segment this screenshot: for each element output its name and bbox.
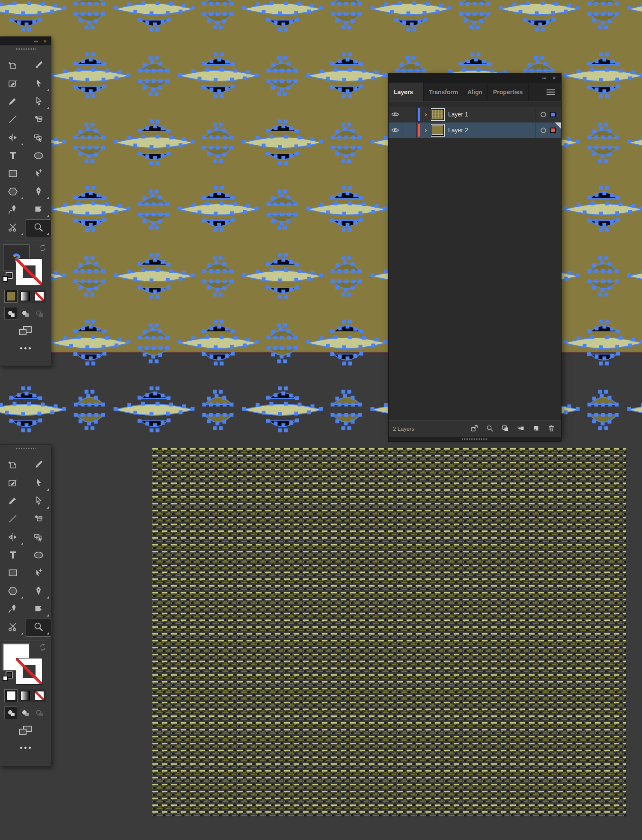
eraser-tool-button[interactable] <box>26 601 51 619</box>
lock-toggle[interactable] <box>402 107 417 122</box>
selection-tool-button[interactable] <box>26 475 51 493</box>
layer-row[interactable]: ›Layer 1 <box>389 107 561 122</box>
close-panel-icon[interactable]: × <box>43 39 47 44</box>
line-segment-tool-button[interactable] <box>0 511 26 529</box>
selection-color-chip[interactable] <box>550 112 556 117</box>
collect-for-export-button[interactable] <box>471 425 478 433</box>
edit-toolbar-button[interactable] <box>0 338 51 356</box>
color-button[interactable] <box>4 290 18 303</box>
draw-behind-button[interactable] <box>18 307 32 320</box>
lock-toggle[interactable] <box>402 122 417 138</box>
ellipse-tool-button[interactable] <box>26 147 51 165</box>
expand-arrow[interactable]: › <box>420 111 431 118</box>
default-fill-stroke-icon[interactable] <box>3 273 13 283</box>
locate-object-button[interactable] <box>486 425 493 433</box>
screen-mode-button[interactable] <box>0 719 51 737</box>
pen-tool-button[interactable] <box>26 183 51 201</box>
direct-selection-tool-button[interactable] <box>26 493 51 511</box>
zoom-tool-button[interactable] <box>26 219 51 237</box>
zoom-tool-button[interactable] <box>26 619 51 637</box>
layer-thumbnail[interactable] <box>431 125 444 136</box>
eraser-tool-button[interactable] <box>26 201 51 219</box>
curvature-tool-button[interactable] <box>0 201 26 219</box>
create-new-layer-button[interactable] <box>532 425 540 433</box>
pattern-swatch-preview[interactable] <box>152 447 626 818</box>
close-panel-icon[interactable]: × <box>553 75 556 81</box>
tab-properties[interactable]: Properties <box>488 83 529 101</box>
tab-transform[interactable]: Transform <box>424 83 462 101</box>
panel-resize-grip[interactable] <box>388 437 562 442</box>
pencil-tool-button[interactable] <box>0 493 26 511</box>
none-button[interactable] <box>33 290 46 303</box>
gradient-button[interactable] <box>18 290 32 303</box>
collapse-panel-icon[interactable]: «« <box>542 76 546 80</box>
delete-selection-button[interactable] <box>548 425 555 433</box>
illustrator-workspace: ««×? «« × Layers Transform Align Propert… <box>0 0 642 840</box>
ellipse-tool-button[interactable] <box>26 547 51 565</box>
polygon-tool-button[interactable] <box>0 183 26 201</box>
edit-toolbar-button[interactable] <box>0 737 51 756</box>
shape-builder-tool-button[interactable] <box>26 111 51 129</box>
screen-mode-button[interactable] <box>0 320 51 338</box>
create-new-sublayer-button[interactable] <box>517 425 524 433</box>
shaper-tool-button[interactable] <box>0 75 26 93</box>
scissors-tool-button[interactable] <box>0 619 26 637</box>
type-tool-button[interactable] <box>0 147 26 165</box>
make-clipping-mask-button[interactable] <box>502 425 509 433</box>
color-button[interactable] <box>4 689 18 702</box>
default-fill-stroke-icon[interactable] <box>3 672 13 682</box>
target-circle[interactable] <box>541 112 546 117</box>
visibility-toggle[interactable] <box>389 122 402 138</box>
swap-fill-stroke-icon[interactable] <box>39 644 46 652</box>
draw-normal-button[interactable] <box>4 307 18 320</box>
layer-name[interactable]: Layer 2 <box>448 127 535 134</box>
swap-fill-stroke-icon[interactable] <box>39 244 46 253</box>
gradient-button[interactable] <box>18 689 32 702</box>
selection-tool-button[interactable] <box>26 75 51 93</box>
transform-tool-button[interactable] <box>26 529 51 547</box>
curvature-tool-button[interactable] <box>0 601 26 619</box>
draw-inside-button[interactable] <box>33 706 46 719</box>
none-button[interactable] <box>33 689 46 702</box>
tab-layers[interactable]: Layers <box>389 83 424 101</box>
transform-tool-button[interactable] <box>26 129 51 147</box>
pen-tool-button[interactable] <box>26 583 51 601</box>
tab-align[interactable]: Align <box>462 83 488 101</box>
group-selection-tool-button[interactable] <box>26 165 51 183</box>
panel-menu-icon[interactable] <box>547 83 561 101</box>
draw-behind-button[interactable] <box>18 706 32 719</box>
scissors-tool-button[interactable] <box>0 219 26 237</box>
pencil-tool-button[interactable] <box>0 93 26 111</box>
artboard-tool-button[interactable] <box>0 457 26 475</box>
collapse-panel-icon[interactable]: «« <box>34 39 37 44</box>
line-segment-tool-icon <box>7 513 18 526</box>
draw-normal-button[interactable] <box>4 706 18 719</box>
group-selection-tool-button[interactable] <box>26 565 51 583</box>
shape-builder-tool-button[interactable] <box>26 511 51 529</box>
type-tool-button[interactable] <box>0 547 26 565</box>
artboard-tool-button[interactable] <box>0 57 26 75</box>
paintbrush-tool-button[interactable] <box>26 57 51 75</box>
expand-arrow[interactable]: › <box>420 127 431 134</box>
stroke-swatch[interactable] <box>16 658 42 685</box>
rectangle-tool-button[interactable] <box>0 165 26 183</box>
paintbrush-tool-button[interactable] <box>26 457 51 475</box>
reflect-tool-button[interactable] <box>0 129 26 147</box>
direct-selection-tool-icon <box>33 495 44 508</box>
direct-selection-tool-icon <box>33 96 44 109</box>
layer-row[interactable]: ›Layer 2 <box>389 122 561 138</box>
direct-selection-tool-button[interactable] <box>26 93 51 111</box>
toolbar-grip[interactable] <box>0 45 51 52</box>
draw-inside-button[interactable] <box>33 307 46 320</box>
reflect-tool-button[interactable] <box>0 529 26 547</box>
shaper-tool-button[interactable] <box>0 475 26 493</box>
toolbar-grip[interactable] <box>0 445 51 452</box>
polygon-tool-button[interactable] <box>0 583 26 601</box>
layer-thumbnail[interactable] <box>431 109 444 120</box>
rectangle-tool-button[interactable] <box>0 565 26 583</box>
layer-name[interactable]: Layer 1 <box>448 111 535 118</box>
stroke-swatch[interactable] <box>16 259 42 285</box>
visibility-toggle[interactable] <box>389 107 402 122</box>
line-segment-tool-button[interactable] <box>0 111 26 129</box>
target-circle[interactable] <box>541 128 546 133</box>
